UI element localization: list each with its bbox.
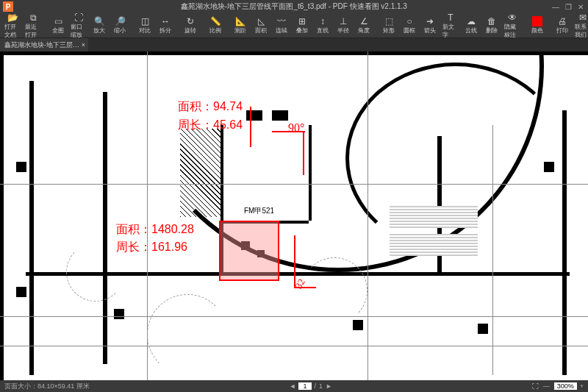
toolbar-隐藏标注-button[interactable]: 👁隐藏标注: [503, 14, 522, 38]
新文字-icon: T: [445, 13, 456, 23]
半径-icon: ⊥: [338, 16, 348, 26]
titlebar: P 鑫苑湖水地块-地下三层管线平面图_t6_t3.pdf - PDF 快速看图 …: [0, 0, 588, 13]
perim1-label: 周长：45.64: [178, 118, 243, 133]
zoom-in-icon[interactable]: +: [580, 382, 584, 390]
minimize-icon[interactable]: —: [552, 3, 559, 11]
toolbar-打开文档-button[interactable]: 📂打开文档: [3, 14, 22, 38]
zoom-out-icon[interactable]: —: [543, 382, 550, 390]
toolbar-最近打开-button[interactable]: ⧉最近打开: [24, 14, 43, 38]
fit-icon[interactable]: ⛶: [532, 382, 539, 390]
toolbar-颜色-button[interactable]: ■颜色: [528, 14, 547, 38]
拆分-icon: ↔: [160, 16, 171, 26]
toolbar-全图-button[interactable]: ▭全图: [49, 14, 68, 38]
toolbar-矩形-button[interactable]: ⬚矩形: [379, 14, 398, 38]
toolbar-叠加-button[interactable]: ⊞叠加: [293, 14, 312, 38]
toolbar-button-label: 删除: [486, 26, 498, 35]
door-label: FM甲521: [244, 206, 274, 216]
toolbar-拆分-button[interactable]: ↔拆分: [156, 14, 175, 38]
page-size-value: 84.10×59.41 厘米: [37, 382, 90, 391]
toolbar-打印-button[interactable]: 🖨打印: [553, 14, 572, 38]
颜色-icon: ■: [532, 16, 542, 26]
缩小-icon: 🔎: [115, 16, 125, 26]
toolbar-缩小-button[interactable]: 🔎缩小: [110, 14, 129, 38]
toolbar-面积-button[interactable]: ◺面积: [251, 14, 270, 38]
toolbar-连续-button[interactable]: 〰连续: [272, 14, 291, 38]
toolbar-窗口缩放-button[interactable]: ⛶窗口缩放: [69, 14, 88, 38]
document-tab[interactable]: 鑫苑湖水地块-地下三层… ×: [0, 38, 88, 51]
page-current-input[interactable]: 1: [298, 382, 311, 390]
toolbar-button-label: 打印: [556, 26, 568, 35]
toolbar-半径-button[interactable]: ⊥半径: [334, 14, 353, 38]
maximize-icon[interactable]: ❐: [565, 3, 572, 11]
toolbar-button-label: 窗口缩放: [71, 23, 87, 39]
toolbar-button-label: 全图: [52, 26, 64, 35]
area1-label: 面积：94.74: [178, 99, 243, 115]
toolbar-button-label: 叠加: [296, 26, 308, 35]
角度-icon: ∠: [359, 16, 369, 26]
toolbar-圆框-button[interactable]: ○圆框: [400, 14, 419, 38]
放大-icon: 🔍: [94, 16, 104, 26]
toolbar-比例-button[interactable]: 📏比例: [206, 14, 225, 38]
toolbar-button-label: 隐藏标注: [504, 23, 520, 39]
page-prev-icon[interactable]: ◄: [290, 382, 296, 390]
toolbar-button-label: 半径: [337, 26, 349, 35]
直线-icon: ↕: [318, 16, 328, 26]
toolbar-button-label: 缩小: [114, 26, 126, 35]
toolbar-角度-button[interactable]: ∠角度: [354, 14, 373, 38]
toolbar-button-label: 角度: [358, 26, 370, 35]
area2-label: 面积：1480.28: [116, 222, 194, 238]
cad-drawing: FM甲521: [0, 51, 588, 380]
window-title: 鑫苑湖水地块-地下三层管线平面图_t6_t3.pdf - PDF 快速看图 v2…: [181, 1, 407, 12]
statusbar: 页面大小： 84.10×59.41 厘米 ◄ 1 / 1 ► ⛶ — 300% …: [0, 380, 588, 392]
tabbar: 鑫苑湖水地块-地下三层… ×: [0, 38, 588, 51]
toolbar-button-label: 联系我们: [575, 23, 588, 39]
打开文档-icon: 📂: [7, 13, 18, 23]
toolbar-新文字-button[interactable]: T新文字: [441, 14, 460, 38]
toolbar-button-label: 对比: [139, 26, 151, 35]
toolbar-联系我们-button[interactable]: ✉联系我们: [573, 14, 588, 38]
toolbar-button-label: 最近打开: [25, 23, 41, 39]
toolbar-button-label: 新文字: [442, 23, 459, 39]
圆框-icon: ○: [404, 16, 415, 26]
连续-icon: 〰: [276, 16, 287, 26]
叠加-icon: ⊞: [297, 16, 307, 26]
drawing-canvas[interactable]: FM甲521 面积：94.74 周长：45.64 90° 面积：1480.28 …: [0, 51, 588, 380]
toolbar-放大-button[interactable]: 🔍放大: [90, 14, 109, 38]
app-logo-icon: P: [3, 1, 13, 12]
toolbar-对比-button[interactable]: ◫对比: [135, 14, 154, 38]
zoom-value[interactable]: 300%: [554, 382, 577, 390]
云线-icon: ☁: [466, 16, 476, 26]
toolbar-button-label: 面积: [255, 26, 267, 35]
toolbar-button-label: 旋转: [184, 26, 196, 35]
toolbar-箭头-button[interactable]: ➜箭头: [420, 14, 440, 38]
toolbar-button-label: 比例: [209, 26, 221, 35]
measured-area-highlight: [219, 221, 279, 281]
toolbar-旋转-button[interactable]: ↻旋转: [181, 14, 200, 38]
矩形-icon: ⬚: [384, 16, 394, 26]
toolbar-button-label: 颜色: [531, 26, 543, 35]
toolbar-云线-button[interactable]: ☁云线: [462, 14, 481, 38]
close-icon[interactable]: ✕: [578, 3, 584, 11]
最近打开-icon: ⧉: [28, 13, 38, 23]
比例-icon: 📏: [210, 16, 220, 26]
tab-label: 鑫苑湖水地块-地下三层…: [4, 40, 79, 50]
toolbar-button-label: 测距: [234, 26, 246, 35]
page-size-label: 页面大小：: [4, 382, 37, 391]
全图-icon: ▭: [53, 16, 63, 26]
toolbar: 📂打开文档⧉最近打开▭全图⛶窗口缩放🔍放大🔎缩小◫对比↔拆分↻旋转📏比例📐测距◺…: [0, 13, 588, 38]
对比-icon: ◫: [140, 16, 150, 26]
toolbar-button-label: 云线: [465, 26, 477, 35]
tab-close-icon[interactable]: ×: [82, 41, 85, 49]
page-next-icon[interactable]: ►: [326, 382, 332, 390]
toolbar-button-label: 连续: [276, 26, 287, 35]
删除-icon: 🗑: [487, 16, 497, 26]
联系我们-icon: ✉: [578, 13, 588, 23]
toolbar-删除-button[interactable]: 🗑删除: [482, 14, 501, 38]
测距-icon: 📐: [235, 16, 245, 26]
toolbar-button-label: 矩形: [383, 26, 395, 35]
toolbar-button-label: 箭头: [424, 26, 436, 35]
toolbar-测距-button[interactable]: 📐测距: [231, 14, 250, 38]
page-sep: /: [315, 382, 317, 390]
toolbar-直线-button[interactable]: ↕直线: [313, 14, 332, 38]
toolbar-button-label: 拆分: [159, 26, 171, 35]
